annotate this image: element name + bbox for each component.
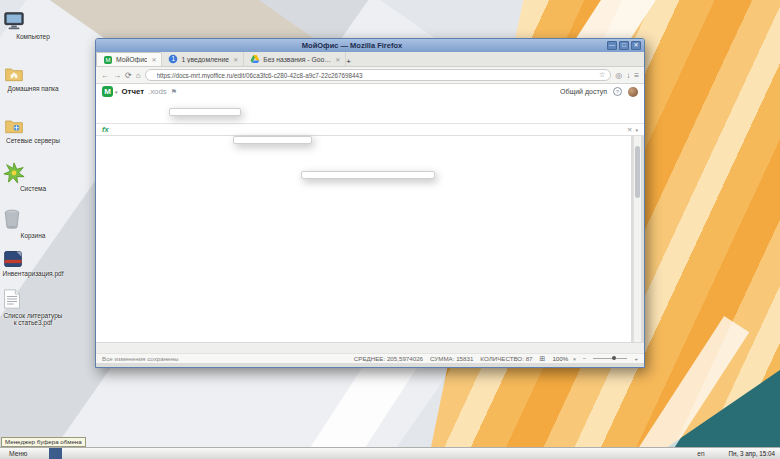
average-label: СРЕДНЕЕ: (354, 355, 385, 362)
taskbar: Меню en Пн, 3 апр, 15:04 (0, 447, 780, 459)
maximize-button[interactable]: □ (619, 41, 629, 50)
desktop-icon-label: Инвентаризация.pdf (2, 270, 64, 277)
zoom-caret-icon[interactable]: ▾ (573, 356, 576, 362)
area-chart-submenu (301, 171, 435, 179)
svg-text:M: M (105, 57, 110, 63)
url-bar[interactable]: https://docs-mrt.myoffice.ru/edit/06ca3f… (145, 69, 612, 81)
browser-navbar: ← → ⟳ ⌂ https://docs-mrt.myoffice.ru/edi… (96, 67, 644, 84)
network-folder-icon (2, 116, 64, 136)
firefox-launcher[interactable] (49, 448, 62, 459)
url-text[interactable]: https://docs-mrt.myoffice.ru/edit/06ca3f… (157, 72, 597, 79)
drive-icon (249, 54, 260, 64)
autosave-status: Все изменения сохранены (102, 355, 178, 362)
average-value: 205,5974026 (387, 355, 423, 362)
tab-close-icon[interactable]: ✕ (151, 56, 156, 63)
trash-icon (2, 207, 64, 231)
zoom-value[interactable]: 100% (552, 355, 568, 362)
browser-tab-3[interactable]: Без названия - Google Диск✕ (244, 52, 346, 66)
window-title: МойОфис — Mozilla Firefox (99, 41, 605, 50)
document-extension: .xods (148, 87, 167, 96)
account-icon[interactable]: ◎ (615, 71, 622, 80)
desktop: { "colors":{"accent_green":"#21a347","sh… (0, 0, 780, 459)
desktop-icon-4[interactable]: Система (2, 162, 64, 192)
vertical-scrollbar[interactable] (633, 136, 641, 342)
sheet-tab-bar (96, 342, 644, 353)
formula-input[interactable] (114, 124, 622, 135)
desktop-icon-3[interactable]: Сетевые серверы (2, 116, 64, 144)
desktop-icon-label: Список литературы к статье3.pdf (2, 312, 64, 326)
tab-close-icon[interactable]: ✕ (233, 56, 238, 63)
desktop-icon-6[interactable]: Инвентаризация.pdf (2, 249, 64, 277)
window-titlebar[interactable]: МойОфис — Mozilla Firefox — □ ✕ (96, 39, 644, 52)
moffice-favicon: M (102, 55, 113, 65)
browser-tab-2[interactable]: 11 уведомление✕ (162, 52, 244, 66)
favorite-flag-icon[interactable]: ⚑ (171, 88, 177, 96)
insert-menu (169, 108, 241, 116)
chart-submenu (233, 136, 312, 144)
menu-label: Меню (9, 450, 27, 457)
help-button[interactable]: ? (613, 87, 622, 96)
close-button[interactable]: ✕ (631, 41, 641, 50)
share-button[interactable]: Общий доступ (560, 88, 607, 95)
count-value: 87 (526, 355, 533, 362)
app-header: M ▾ Отчет .xods ⚑ Общий доступ ? (96, 84, 644, 99)
bookmark-star-icon[interactable]: ☆ (599, 71, 605, 79)
formula-collapse-icon[interactable]: ▾ (635, 127, 638, 133)
logo-caret-icon[interactable]: ▾ (115, 89, 118, 95)
new-tab-button[interactable]: + (346, 57, 351, 66)
start-menu-button[interactable]: Меню (6, 450, 30, 457)
file-manager-launcher[interactable] (33, 448, 46, 459)
sheet-grid-icon[interactable]: ⊞ (540, 354, 546, 364)
clock[interactable]: Пн, 3 апр, 15:04 (729, 450, 775, 457)
count-label: КОЛИЧЕСТВО: (480, 355, 524, 362)
zoom-in-button[interactable]: + (634, 355, 638, 362)
computer-icon (2, 10, 64, 32)
fx-icon: fx (102, 125, 109, 134)
system-icon (2, 162, 64, 184)
spreadsheet-grid[interactable] (96, 136, 631, 342)
desktop-icon-5[interactable]: Корзина (2, 207, 64, 239)
clipboard-tooltip: Менеджер буфера обмена (1, 437, 86, 447)
minimize-button[interactable]: — (607, 41, 617, 50)
tab-close-icon[interactable]: ✕ (335, 56, 340, 63)
keyboard-layout[interactable]: en (697, 450, 704, 457)
tab-label: 1 уведомление (181, 56, 229, 63)
desktop-icon-label: Домашняя папка (2, 85, 64, 92)
desktop-icon-1[interactable]: Компьютер (2, 10, 64, 40)
zoom-slider[interactable] (593, 358, 627, 359)
zoom-slider-handle[interactable] (612, 356, 616, 360)
app-menubar (96, 99, 644, 107)
home-icon[interactable]: ⌂ (136, 71, 141, 80)
pdf-file-icon (2, 249, 64, 269)
app-status-bar: Все изменения сохранены СРЕДНЕЕ: 205,597… (96, 353, 644, 363)
desktop-icon-label: Система (2, 185, 64, 192)
doc-file-icon (2, 287, 64, 311)
desktop-icon-2[interactable]: Домашняя папка (2, 64, 64, 92)
tab-label: МойОфис (116, 56, 147, 63)
sum-value: 15831 (456, 355, 473, 362)
reload-icon[interactable]: ⟳ (125, 71, 132, 80)
document-title[interactable]: Отчет (122, 87, 144, 96)
downloads-icon[interactable]: ↓ (626, 71, 630, 80)
back-icon[interactable]: ← (101, 71, 109, 80)
tab-label: Без названия - Google Диск (263, 56, 331, 63)
firefox-window: МойОфис — Mozilla Firefox — □ ✕ MМойОфис… (95, 38, 645, 368)
app-menu-icon[interactable]: ≡ (634, 71, 639, 80)
zoom-out-button[interactable]: − (583, 355, 587, 362)
avatar[interactable] (628, 87, 638, 97)
system-tray: en Пн, 3 апр, 15:04 (693, 450, 777, 457)
desktop-icon-7[interactable]: Список литературы к статье3.pdf (2, 287, 64, 326)
sum-label: СУММА: (430, 355, 454, 362)
browser-tab-strip: MМойОфис✕11 уведомление✕Без названия - G… (96, 52, 644, 67)
desktop-icon-label: Компьютер (2, 33, 64, 40)
forward-icon[interactable]: → (113, 71, 121, 80)
formula-cancel-icon[interactable]: ✕ (627, 125, 632, 135)
browser-tab-1[interactable]: MМойОфис✕ (96, 52, 162, 66)
scrollbar-thumb[interactable] (635, 146, 640, 198)
window-bottom-fill (96, 363, 644, 367)
desktop-icon-label: Корзина (2, 232, 64, 239)
desktop-icon-label: Сетевые серверы (2, 137, 64, 144)
myoffice-logo[interactable]: M (102, 86, 113, 97)
svg-text:1: 1 (172, 55, 176, 62)
formula-bar: fx ✕ ▾ (96, 124, 644, 136)
